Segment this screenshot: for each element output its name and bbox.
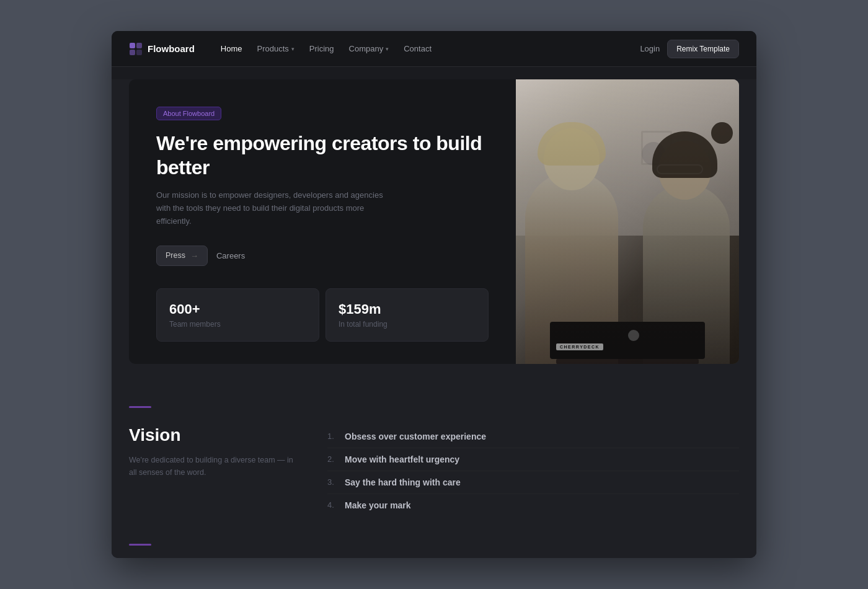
hero-buttons: Press → Careers — [156, 246, 489, 266]
main-content: About Flowboard We're empowering creator… — [112, 79, 756, 557]
vision-left: Vision We're dedicated to building a div… — [129, 425, 303, 479]
photo-overlay — [516, 79, 739, 363]
chevron-down-icon: ▾ — [291, 46, 294, 52]
vision-title: Vision — [129, 425, 303, 445]
photo-scene: CHERRYDECK — [516, 79, 739, 363]
about-badge: About Flowboard — [156, 107, 221, 120]
press-button[interactable]: Press → — [156, 246, 208, 266]
vision-item-1: 1. Obsess over customer experience — [327, 425, 739, 448]
chevron-down-icon-company: ▾ — [386, 46, 389, 52]
vision-item-text-4: Make your mark — [345, 500, 411, 510]
vision-item-4: 4. Make your mark — [327, 494, 739, 516]
nav-home[interactable]: Home — [215, 40, 249, 57]
logo-icon — [129, 42, 143, 56]
hero-description: Our mission is to empower designers, dev… — [156, 189, 392, 228]
vision-list: 1. Obsess over customer experience 2. Mo… — [327, 425, 739, 516]
remix-template-button[interactable]: Remix Template — [667, 40, 739, 58]
vision-item-text-3: Say the hard thing with care — [345, 477, 461, 487]
stat-funding: $159m In total funding — [326, 288, 489, 342]
navbar: Flowboard Home Products ▾ Pricing Compan… — [112, 31, 756, 67]
section-divider — [129, 406, 151, 408]
stat-value-funding: $159m — [339, 301, 476, 317]
hero-section: About Flowboard We're empowering creator… — [129, 79, 739, 363]
bottom-divider — [129, 544, 151, 546]
browser-window: Flowboard Home Products ▾ Pricing Compan… — [112, 31, 756, 557]
login-link[interactable]: Login — [640, 44, 660, 53]
stat-team-members: 600+ Team members — [156, 288, 319, 342]
nav-products[interactable]: Products ▾ — [251, 40, 301, 57]
stats-grid: 600+ Team members $159m In total funding — [156, 288, 489, 342]
stat-label-team: Team members — [169, 320, 306, 329]
hero-left: About Flowboard We're empowering creator… — [129, 79, 516, 363]
vision-item-text-1: Obsess over customer experience — [345, 432, 486, 441]
svg-rect-0 — [130, 43, 135, 48]
logo-area[interactable]: Flowboard — [129, 42, 195, 56]
vision-section: Vision We're dedicated to building a div… — [112, 376, 756, 544]
list-num-3: 3. — [327, 477, 337, 487]
list-num-1: 1. — [327, 432, 337, 441]
hero-top: About Flowboard We're empowering creator… — [156, 107, 489, 288]
nav-right: Login Remix Template — [640, 40, 739, 58]
vision-description: We're dedicated to building a diverse te… — [129, 454, 303, 479]
hero-image: CHERRYDECK — [516, 79, 739, 363]
nav-company[interactable]: Company ▾ — [343, 40, 396, 57]
vision-item-text-2: Move with heartfelt urgency — [345, 454, 459, 464]
hero-title: We're empowering creators to build bette… — [156, 131, 489, 179]
svg-rect-1 — [136, 43, 142, 48]
svg-rect-2 — [130, 50, 135, 55]
list-num-4: 4. — [327, 500, 337, 510]
stat-label-funding: In total funding — [339, 320, 476, 329]
vision-item-3: 3. Say the hard thing with care — [327, 471, 739, 494]
nav-links: Home Products ▾ Pricing Company ▾ Contac… — [215, 40, 640, 57]
arrow-icon: → — [190, 251, 198, 260]
list-num-2: 2. — [327, 454, 337, 464]
nav-pricing[interactable]: Pricing — [303, 40, 340, 57]
vision-grid: Vision We're dedicated to building a div… — [129, 425, 739, 516]
svg-rect-3 — [136, 50, 142, 55]
nav-contact[interactable]: Contact — [397, 40, 438, 57]
logo-text: Flowboard — [148, 43, 195, 54]
bottom-area — [112, 544, 756, 558]
careers-button[interactable]: Careers — [214, 246, 247, 265]
vision-item-2: 2. Move with heartfelt urgency — [327, 448, 739, 471]
stat-value-team: 600+ — [169, 301, 306, 317]
